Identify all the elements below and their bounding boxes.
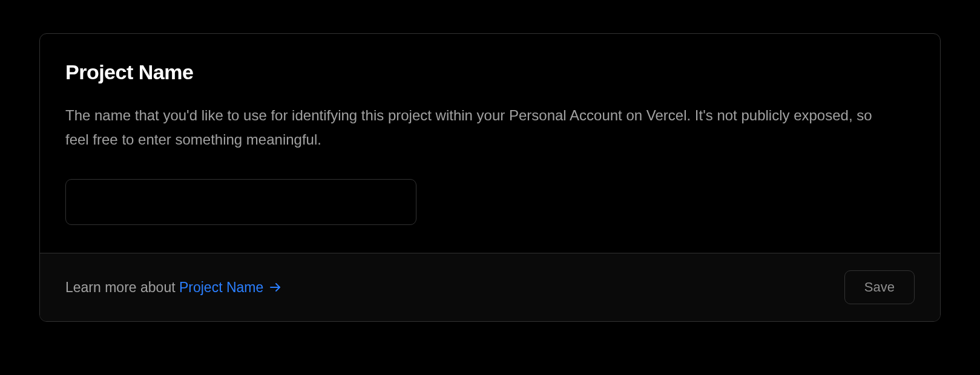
learn-more-prefix: Learn more about [65, 279, 179, 295]
project-name-input[interactable] [65, 179, 416, 225]
card-description: The name that you'd like to use for iden… [65, 103, 889, 151]
learn-more-link[interactable]: Project Name [179, 279, 283, 296]
card-footer: Learn more about Project Name Save [40, 253, 940, 321]
arrow-right-icon [268, 280, 283, 295]
project-name-card: Project Name The name that you'd like to… [39, 33, 941, 322]
card-title: Project Name [65, 60, 915, 84]
learn-more-text: Learn more about Project Name [65, 279, 283, 296]
card-body: Project Name The name that you'd like to… [40, 34, 940, 253]
save-button[interactable]: Save [844, 270, 915, 304]
learn-more-link-text: Project Name [179, 279, 263, 296]
